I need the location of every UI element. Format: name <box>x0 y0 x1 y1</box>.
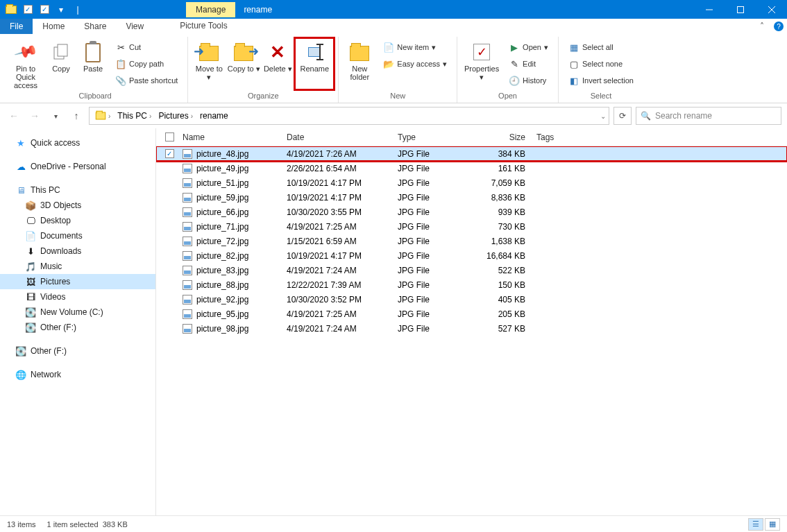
help-icon[interactable]: ? <box>770 19 787 34</box>
header-size[interactable]: Size <box>472 132 531 142</box>
copy-to-button[interactable]: ➜ Copy to ▾ <box>227 38 260 89</box>
forward-button[interactable]: → <box>26 108 43 124</box>
file-row[interactable]: picture_88.jpg12/22/2021 7:39 AMJPG File… <box>156 277 787 292</box>
nav-quick-access[interactable]: ★Quick access <box>0 135 155 151</box>
file-row[interactable]: picture_66.jpg10/30/2020 3:55 PMJPG File… <box>156 205 787 219</box>
pin-icon: 📌 <box>13 40 38 65</box>
collapse-ribbon-icon[interactable]: ˄ <box>754 19 770 34</box>
nav-onedrive[interactable]: ☁OneDrive - Personal <box>0 159 155 174</box>
easy-access-button[interactable]: 📂Easy access ▾ <box>380 56 450 71</box>
icons-view-button[interactable]: ▦ <box>765 518 780 531</box>
refresh-button[interactable]: ⟳ <box>613 107 632 125</box>
breadcrumb-rename[interactable]: rename <box>197 111 231 121</box>
details-view-button[interactable]: ☰ <box>748 518 763 531</box>
file-row[interactable]: picture_71.jpg4/19/2021 7:25 AMJPG File7… <box>156 219 787 234</box>
file-row[interactable]: picture_95.jpg4/19/2021 7:25 AMJPG File2… <box>156 307 787 321</box>
header-name[interactable]: Name <box>177 132 281 142</box>
ribbon-group-organize: ➜ Move to ▾ ➜ Copy to ▾ ✕ Delete ▾ Renam… <box>188 37 339 103</box>
nav-item-new-volume-c-[interactable]: 💽New Volume (C:) <box>0 304 155 320</box>
jpg-file-icon <box>183 178 192 188</box>
close-button[interactable] <box>756 0 787 19</box>
jpg-file-icon <box>183 222 192 232</box>
nav-item-3d-objects[interactable]: 📦3D Objects <box>0 198 155 213</box>
properties-button[interactable]: ✓ Properties ▾ <box>462 38 502 89</box>
cut-button[interactable]: ✂Cut <box>112 40 180 55</box>
qa-check-2-icon[interactable]: ✓ <box>37 3 51 17</box>
select-all-button[interactable]: ▦Select all <box>566 40 636 55</box>
file-name: picture_72.jpg <box>196 237 248 246</box>
up-button[interactable]: ↑ <box>68 108 85 124</box>
file-row[interactable]: picture_98.jpg4/19/2021 7:24 AMJPG File5… <box>156 321 787 336</box>
tab-home[interactable]: Home <box>33 19 74 34</box>
back-button[interactable]: ← <box>6 108 22 124</box>
file-row[interactable]: picture_82.jpg10/19/2021 4:17 PMJPG File… <box>156 248 787 263</box>
nav-item-downloads[interactable]: ⬇Downloads <box>0 243 155 259</box>
maximize-button[interactable] <box>725 0 756 19</box>
file-date: 4/19/2021 7:24 AM <box>281 324 392 334</box>
ribbon-group-new: New folder 📄New item ▾ 📂Easy access ▾ Ne… <box>339 37 457 103</box>
nav-item-icon: 💽 <box>25 307 36 318</box>
breadcrumb-folder-icon[interactable]: › <box>92 112 113 120</box>
qa-dropdown-icon[interactable]: ▾ <box>54 3 68 17</box>
paste-button[interactable]: Paste <box>78 38 108 89</box>
pin-to-quick-access-button[interactable]: 📌 Pin to Quick access <box>7 38 44 89</box>
breadcrumb-pictures[interactable]: Pictures› <box>155 111 196 121</box>
file-row[interactable]: ✓picture_48.jpg4/19/2021 7:26 AMJPG File… <box>156 146 787 161</box>
file-date: 10/19/2021 4:17 PM <box>281 178 392 188</box>
new-folder-button[interactable]: New folder <box>343 38 376 89</box>
history-button[interactable]: 🕘History <box>506 73 551 88</box>
nav-item-music[interactable]: 🎵Music <box>0 259 155 274</box>
move-to-button[interactable]: ➜ Move to ▾ <box>192 38 226 89</box>
nav-item-other-f-[interactable]: 💽Other (F:) <box>0 320 155 335</box>
tab-share[interactable]: Share <box>74 19 116 34</box>
tab-picture-tools[interactable]: Picture Tools <box>173 19 234 34</box>
file-row[interactable]: picture_83.jpg4/19/2021 7:24 AMJPG File5… <box>156 263 787 277</box>
address-bar[interactable]: › This PC› Pictures› rename ⌄ <box>89 107 609 125</box>
invert-selection-button[interactable]: ◧Invert selection <box>566 73 636 88</box>
row-checkbox[interactable]: ✓ <box>165 149 174 158</box>
search-box[interactable]: 🔍 <box>636 107 781 125</box>
nav-item-pictures[interactable]: 🖼Pictures <box>0 274 155 289</box>
delete-button[interactable]: ✕ Delete ▾ <box>262 38 294 89</box>
file-row[interactable]: picture_72.jpg1/15/2021 6:59 AMJPG File1… <box>156 234 787 248</box>
contextual-tab-manage[interactable]: Manage <box>186 2 235 17</box>
file-row[interactable]: picture_51.jpg10/19/2021 4:17 PMJPG File… <box>156 175 787 190</box>
search-input[interactable] <box>655 111 777 121</box>
breadcrumb-this-pc[interactable]: This PC› <box>115 111 154 121</box>
nav-network-label: Network <box>31 370 61 379</box>
qa-check-1-icon[interactable]: ✓ <box>21 3 35 17</box>
tab-view[interactable]: View <box>116 19 153 34</box>
nav-network[interactable]: 🌐Network <box>0 367 155 382</box>
file-name: picture_98.jpg <box>196 324 248 334</box>
rename-button[interactable]: Rename <box>295 38 334 89</box>
tab-file[interactable]: File <box>0 19 33 34</box>
copy-path-button[interactable]: 📋Copy path <box>112 56 180 71</box>
move-to-icon: ➜ <box>198 41 220 63</box>
nav-item-documents[interactable]: 📄Documents <box>0 228 155 243</box>
minimize-button[interactable] <box>693 0 725 19</box>
select-none-button[interactable]: ▢Select none <box>566 56 636 71</box>
file-list[interactable]: ✓picture_48.jpg4/19/2021 7:26 AMJPG File… <box>156 146 787 515</box>
nav-this-pc[interactable]: 🖥This PC <box>0 182 155 198</box>
nav-item-videos[interactable]: 🎞Videos <box>0 289 155 304</box>
nav-item-desktop[interactable]: 🖵Desktop <box>0 213 155 228</box>
file-row[interactable]: picture_92.jpg10/30/2020 3:52 PMJPG File… <box>156 292 787 307</box>
header-tags[interactable]: Tags <box>531 132 586 142</box>
copy-button[interactable]: Copy <box>46 38 76 89</box>
open-button[interactable]: ▶Open ▾ <box>506 40 551 55</box>
file-date: 4/19/2021 7:25 AM <box>281 309 392 319</box>
new-item-button[interactable]: 📄New item ▾ <box>380 40 450 55</box>
file-row[interactable]: picture_49.jpg2/26/2021 6:54 AMJPG File1… <box>156 161 787 175</box>
recent-locations-button[interactable]: ▾ <box>47 108 64 124</box>
header-date[interactable]: Date <box>281 132 392 142</box>
qa-folder-icon[interactable] <box>4 3 18 17</box>
edit-button[interactable]: ✎Edit <box>506 56 551 71</box>
file-row[interactable]: picture_59.jpg10/19/2021 4:17 PMJPG File… <box>156 190 787 205</box>
header-type[interactable]: Type <box>392 132 472 142</box>
address-dropdown-icon[interactable]: ⌄ <box>600 112 606 120</box>
nav-other-f[interactable]: 💽Other (F:) <box>0 343 155 359</box>
paste-shortcut-button[interactable]: 📎Paste shortcut <box>112 73 180 88</box>
file-size: 384 KB <box>472 149 531 159</box>
header-checkbox[interactable] <box>162 132 177 141</box>
file-type: JPG File <box>392 178 472 188</box>
